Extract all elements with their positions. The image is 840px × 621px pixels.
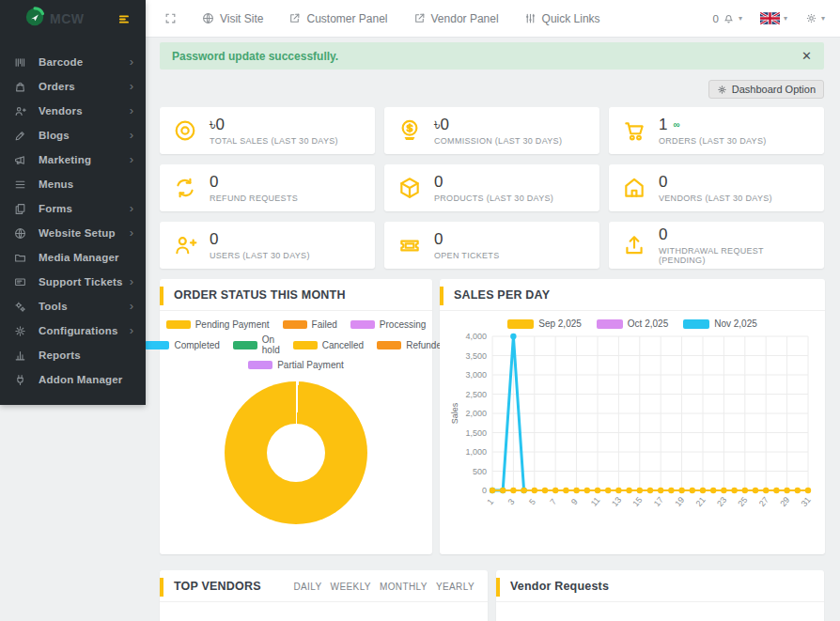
- dashboard-option-button[interactable]: Dashboard Option: [708, 80, 824, 99]
- sidebar-item-configurations[interactable]: Configurations›: [0, 318, 146, 343]
- stat-card-users: 0USERS (LAST 30 DAYS): [160, 222, 375, 269]
- legend-swatch: [233, 341, 257, 349]
- vendor-requests-empty-text: No data found.: [496, 602, 824, 621]
- legend-label: Completed: [174, 340, 219, 350]
- top-vendors-tab-monthly[interactable]: MONTHLY: [380, 582, 428, 592]
- chevron-right-icon: ›: [130, 324, 133, 336]
- legend-item-on-hold[interactable]: On hold: [233, 334, 280, 355]
- chat-card-icon: [14, 276, 28, 288]
- sidebar-item-reports[interactable]: Reports: [0, 343, 146, 367]
- fullscreen-icon[interactable]: [164, 12, 177, 24]
- chevron-down-icon: ▾: [784, 14, 787, 23]
- legend-swatch: [350, 320, 375, 329]
- stat-card-total-sales: ৳0TOTAL SALES (LAST 30 DAYS): [160, 107, 375, 154]
- legend-item-pending-payment[interactable]: Pending Payment: [166, 319, 270, 330]
- notifications-menu[interactable]: 0 ▾: [713, 12, 742, 24]
- stat-label: OPEN TICKETS: [434, 251, 499, 260]
- svg-text:21: 21: [694, 495, 708, 508]
- topbar-link-quick-links[interactable]: Quick Links: [524, 12, 600, 25]
- topbar-link-vendor-panel[interactable]: Vendor Panel: [413, 12, 499, 25]
- success-alert: Password update successfully. ✕: [160, 42, 824, 70]
- external-link-icon: [413, 12, 426, 24]
- close-icon[interactable]: ✕: [801, 49, 812, 63]
- sidebar-item-blogs[interactable]: Blogs›: [0, 123, 146, 147]
- top-vendors-tab-daily[interactable]: DAILY: [293, 582, 321, 592]
- topbar-links: Visit SiteCustomer PanelVendor PanelQuic…: [164, 12, 713, 25]
- vendor-requests-header: Vendor Requests: [496, 570, 824, 602]
- alert-message: Password update successfully.: [172, 50, 801, 63]
- svg-text:11: 11: [589, 495, 602, 508]
- cart-icon: [622, 118, 646, 143]
- external-link-icon: [288, 12, 301, 24]
- stat-value: 0: [210, 230, 310, 249]
- legend-item-partial-payment[interactable]: Partial Payment: [248, 360, 344, 370]
- app-logo[interactable]: MCW: [24, 7, 85, 31]
- stat-card-refund-requests: 0REFUND REQUESTS: [160, 164, 375, 211]
- sidebar-item-menus[interactable]: Menus: [0, 172, 146, 196]
- svg-text:13: 13: [610, 495, 623, 508]
- sidebar-item-website-setup[interactable]: Website Setup›: [0, 221, 146, 245]
- sidebar-item-tools[interactable]: Tools›: [0, 294, 146, 318]
- globe-icon: [14, 227, 28, 240]
- legend-item-failed[interactable]: Failed: [283, 319, 337, 330]
- sidebar-item-vendors[interactable]: Vendors›: [0, 99, 146, 123]
- legend-item-cancelled[interactable]: Cancelled: [293, 334, 364, 355]
- svg-text:3,500: 3,500: [465, 351, 487, 361]
- settings-menu[interactable]: ▾: [805, 12, 825, 24]
- sidebar-item-media-manager[interactable]: Media Manager: [0, 245, 146, 270]
- stat-card-commission: ৳0COMMISSION (LAST 30 DAYS): [384, 107, 599, 154]
- sidebar-item-orders[interactable]: Orders›: [0, 74, 146, 99]
- sidebar-item-label: Website Setup: [39, 227, 130, 239]
- bottom-row: TOP VENDORS DAILYWEEKLYMONTHLYYEARLY No …: [160, 570, 824, 621]
- legend-item-completed[interactable]: Completed: [145, 334, 219, 355]
- store-icon: [622, 176, 646, 200]
- legend-item-nov-2-025[interactable]: Nov 2,025: [683, 318, 757, 329]
- sidebar-item-support-tickets[interactable]: Support Tickets›: [0, 270, 146, 294]
- chevron-right-icon: ›: [130, 275, 133, 287]
- svg-text:5: 5: [527, 497, 537, 506]
- dashboard-option-label: Dashboard Option: [732, 84, 816, 95]
- topbar-link-label: Quick Links: [542, 12, 600, 25]
- topbar-link-customer-panel[interactable]: Customer Panel: [288, 12, 387, 25]
- stat-label: PRODUCTS (LAST 30 DAYS): [434, 194, 553, 203]
- topbar-link-visit-site[interactable]: Visit Site: [202, 12, 263, 25]
- legend-label: Pending Payment: [195, 319, 270, 330]
- sidebar-item-addon-manager[interactable]: Addon Manager: [0, 367, 146, 392]
- legend-item-sep-2-025[interactable]: Sep 2,025: [507, 318, 582, 329]
- megaphone-icon: [14, 154, 28, 166]
- sidebar-item-barcode[interactable]: Barcode›: [0, 50, 146, 74]
- sidebar-toggle-icon[interactable]: [118, 12, 132, 26]
- svg-text:2,000: 2,000: [465, 409, 487, 418]
- legend-label: Nov 2,025: [714, 318, 757, 329]
- svg-text:19: 19: [673, 495, 686, 508]
- sidebar-item-label: Reports: [39, 349, 133, 361]
- svg-text:7: 7: [548, 497, 558, 506]
- svg-text:4,000: 4,000: [465, 332, 487, 341]
- logo-icon: [24, 7, 45, 31]
- order-status-donut-chart: [225, 381, 367, 524]
- top-vendors-tab-yearly[interactable]: YEARLY: [436, 582, 474, 592]
- top-vendors-tab-weekly[interactable]: WEEKLY: [331, 582, 371, 592]
- gear-icon: [805, 12, 817, 24]
- sidebar-item-label: Orders: [39, 81, 130, 92]
- svg-text:15: 15: [630, 495, 644, 508]
- legend-item-refunded[interactable]: Refunded: [377, 334, 446, 355]
- stat-value: 0: [210, 173, 298, 192]
- stat-value: 1∞: [659, 116, 767, 134]
- svg-text:0: 0: [482, 486, 487, 495]
- sidebar-item-forms[interactable]: Forms›: [0, 196, 146, 221]
- topbar-link-label: Customer Panel: [306, 12, 387, 25]
- sidebar-item-marketing[interactable]: Marketing›: [0, 147, 146, 172]
- svg-text:17: 17: [652, 495, 665, 508]
- legend-item-oct-2-025[interactable]: Oct 2,025: [597, 318, 668, 329]
- chevron-right-icon: ›: [130, 80, 133, 92]
- order-status-card: ORDER STATUS THIS MONTH Pending PaymentF…: [160, 279, 432, 554]
- language-menu[interactable]: ▾: [760, 12, 787, 24]
- sidebar-item-label: Menus: [39, 179, 133, 190]
- toolbar-row: Dashboard Option: [160, 80, 824, 99]
- stat-label: REFUND REQUESTS: [210, 194, 298, 203]
- legend-item-processing[interactable]: Processing: [350, 319, 426, 330]
- chevron-right-icon: ›: [130, 300, 133, 312]
- top-vendors-card: TOP VENDORS DAILYWEEKLYMONTHLYYEARLY No …: [160, 570, 488, 621]
- user-add-icon: [173, 233, 197, 257]
